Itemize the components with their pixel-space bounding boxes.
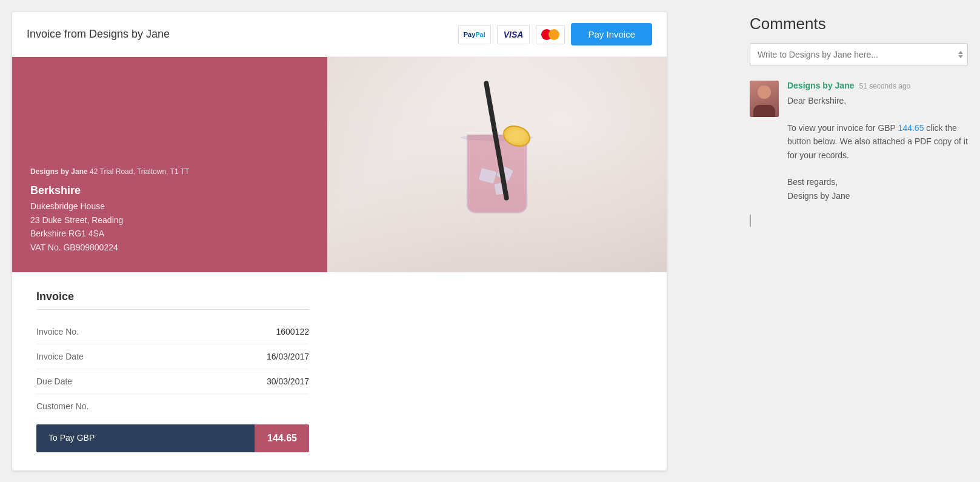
comment-author: Designs by Jane <box>787 81 855 90</box>
invoice-row-due: Due Date 30/03/2017 <box>36 369 309 394</box>
invoice-row-number: Invoice No. 1600122 <box>36 320 309 344</box>
invoice-header: Invoice from Designs by Jane PayPal VISA… <box>12 12 667 57</box>
comment-input-wrap[interactable] <box>750 43 968 66</box>
scrollbar-indicator <box>750 215 751 227</box>
sender-address: 42 Trial Road, Trialtown, T1 TT <box>90 167 189 176</box>
sender-line: Designs by Jane 42 Trial Road, Trialtown… <box>30 167 309 176</box>
banner-left: Designs by Jane 42 Trial Road, Trialtown… <box>12 57 327 272</box>
comment-text: Dear Berkshire, To view your invoice for… <box>787 94 968 203</box>
invoice-banner: Designs by Jane 42 Trial Road, Trialtown… <box>12 57 667 272</box>
invoice-date-label: Invoice Date <box>36 352 84 361</box>
to-pay-amount: 144.65 <box>255 424 309 452</box>
recipient-name: Berkshire <box>30 184 309 197</box>
invoice-number-value: 1600122 <box>276 327 309 336</box>
invoice-table: Invoice No. 1600122 Invoice Date 16/03/2… <box>36 320 309 418</box>
drink-photo <box>327 57 667 272</box>
avatar-image <box>750 81 779 117</box>
sender-name: Designs by Jane <box>30 167 88 176</box>
comment-item: Designs by Jane 51 seconds ago Dear Berk… <box>750 81 968 203</box>
due-date-value: 30/03/2017 <box>267 377 309 386</box>
mastercard-icon <box>536 25 565 44</box>
visa-icon: VISA <box>497 25 530 44</box>
invoice-section-title: Invoice <box>36 290 309 310</box>
invoice-card: Invoice from Designs by Jane PayPal VISA… <box>12 12 667 470</box>
invoice-date-value: 16/03/2017 <box>267 352 309 361</box>
comments-sidebar: Comments Designs by Jane 51 seconds ago … <box>738 0 980 482</box>
to-pay-bar: To Pay GBP 144.65 <box>36 424 309 452</box>
customer-no-label: Customer No. <box>36 401 88 411</box>
arrow-up-icon <box>958 51 963 54</box>
paypal-icon: PayPal <box>458 25 491 44</box>
invoice-row-customer: Customer No. <box>36 394 309 418</box>
due-date-label: Due Date <box>36 377 72 386</box>
comments-title: Comments <box>750 15 968 33</box>
drink-glass <box>461 116 533 213</box>
comment-meta: Designs by Jane 51 seconds ago <box>787 81 968 90</box>
comment-input[interactable] <box>750 43 968 66</box>
comment-content: Designs by Jane 51 seconds ago Dear Berk… <box>787 81 968 203</box>
recipient-address: Dukesbridge House 23 Duke Street, Readin… <box>30 199 309 254</box>
to-pay-label: To Pay GBP <box>36 424 255 452</box>
main-area: Invoice from Designs by Jane PayPal VISA… <box>0 0 738 482</box>
pay-invoice-button[interactable]: Pay Invoice <box>571 23 652 45</box>
banner-image <box>327 57 667 272</box>
comment-time: 51 seconds ago <box>859 82 911 90</box>
header-right: PayPal VISA Pay Invoice <box>458 23 652 45</box>
invoice-title: Invoice from Designs by Jane <box>27 28 170 41</box>
invoice-number-label: Invoice No. <box>36 327 79 336</box>
comment-input-arrow <box>958 43 963 66</box>
avatar <box>750 81 779 117</box>
invoice-row-date: Invoice Date 16/03/2017 <box>36 344 309 369</box>
invoice-details: Invoice Invoice No. 1600122 Invoice Date… <box>12 272 667 470</box>
arrow-down-icon <box>958 55 963 58</box>
comment-amount: 144.65 <box>898 123 924 133</box>
